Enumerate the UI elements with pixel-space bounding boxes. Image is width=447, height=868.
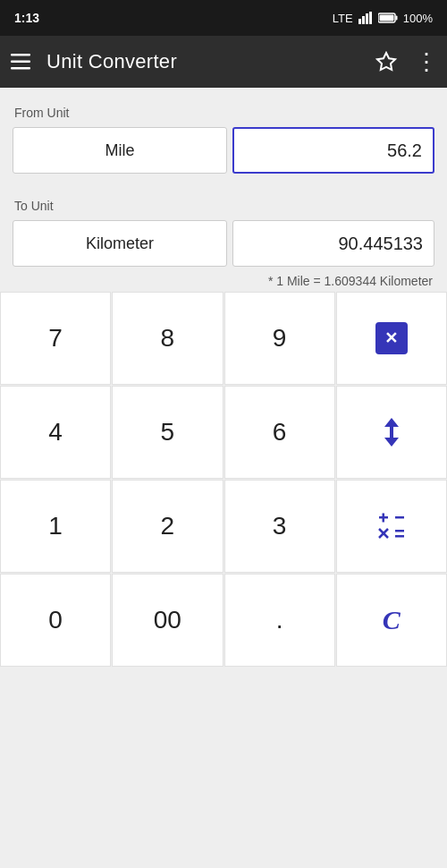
to-unit-label: To Unit [13, 199, 434, 213]
svg-rect-3 [369, 12, 372, 24]
svg-rect-19 [395, 530, 404, 532]
to-unit-selector[interactable]: Kilometer [13, 220, 227, 267]
swap-icon [379, 418, 404, 447]
key-4[interactable]: 4 [0, 386, 111, 479]
star-button[interactable] [375, 51, 397, 72]
key-00[interactable]: 00 [112, 574, 223, 667]
toolbar: Unit Converter ⋮ [0, 36, 447, 88]
svg-rect-5 [395, 16, 397, 21]
network-indicator: LTE [333, 12, 353, 25]
to-unit-value: 90.445133 [232, 220, 434, 267]
menu-button[interactable] [11, 54, 30, 70]
svg-rect-20 [395, 535, 404, 538]
battery-icon [378, 13, 398, 23]
toolbar-left: Unit Converter [11, 50, 177, 73]
status-time: 1:13 [14, 11, 39, 25]
toolbar-right: ⋮ [375, 50, 436, 73]
from-unit-row: Mile 56.2 [13, 127, 434, 174]
operations-icon [378, 512, 405, 541]
key-2[interactable]: 2 [112, 480, 223, 573]
status-bar: 1:13 LTE 100% [0, 0, 447, 36]
key-1[interactable]: 1 [0, 480, 111, 573]
from-unit-value[interactable]: 56.2 [232, 127, 434, 174]
key-backspace[interactable] [336, 292, 447, 385]
key-5[interactable]: 5 [112, 386, 223, 479]
svg-rect-6 [379, 15, 393, 21]
svg-rect-7 [11, 54, 30, 56]
app-title: Unit Converter [46, 50, 177, 73]
more-options-button[interactable]: ⋮ [415, 50, 436, 73]
key-0[interactable]: 0 [0, 574, 111, 667]
svg-rect-0 [358, 19, 361, 24]
key-clear[interactable]: C [336, 574, 447, 667]
svg-rect-16 [395, 516, 404, 519]
svg-rect-1 [362, 16, 365, 24]
svg-rect-2 [366, 13, 368, 24]
key-operations[interactable] [336, 480, 447, 573]
key-swap[interactable] [336, 386, 447, 479]
battery-percent: 100% [403, 12, 433, 25]
to-unit-row: Kilometer 90.445133 [13, 220, 434, 267]
clear-icon: C [383, 605, 401, 635]
key-8[interactable]: 8 [112, 292, 223, 385]
svg-rect-15 [382, 513, 384, 522]
svg-rect-9 [11, 67, 30, 70]
backspace-icon [375, 322, 408, 354]
from-unit-selector[interactable]: Mile [13, 127, 227, 174]
key-7[interactable]: 7 [0, 292, 111, 385]
key-dot[interactable]: . [224, 574, 335, 667]
status-right: LTE 100% [333, 12, 433, 25]
main-content: From Unit Mile 56.2 To Unit Kilometer 90… [0, 88, 447, 288]
key-3[interactable]: 3 [224, 480, 335, 573]
svg-marker-10 [377, 53, 395, 70]
svg-rect-13 [390, 425, 393, 439]
numpad: 7 8 9 4 5 6 1 2 3 [0, 292, 447, 667]
key-6[interactable]: 6 [224, 386, 335, 479]
key-9[interactable]: 9 [224, 292, 335, 385]
signal-icon [358, 12, 373, 24]
from-unit-section: From Unit Mile 56.2 [13, 106, 434, 174]
from-unit-label: From Unit [13, 106, 434, 120]
conversion-info: * 1 Mile = 1.609344 Kilometer [13, 274, 434, 288]
svg-rect-8 [11, 61, 30, 64]
to-unit-section: To Unit Kilometer 90.445133 [13, 199, 434, 267]
